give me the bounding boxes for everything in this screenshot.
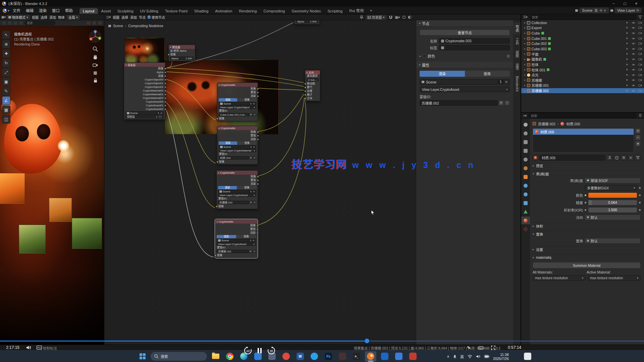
visibility-toggles[interactable] bbox=[626, 42, 642, 45]
browse-material-button[interactable] bbox=[533, 155, 538, 161]
output-tab[interactable] bbox=[521, 138, 530, 146]
compositor-menu-选择[interactable]: 选择 bbox=[120, 15, 129, 20]
keyframe-dot-icon[interactable] bbox=[639, 187, 641, 189]
node-socket[interactable] bbox=[304, 94, 306, 96]
render-layers-node[interactable]: ▾渲染层图像Alpha深度CryptoObject00CryptoObject0… bbox=[124, 62, 165, 120]
node-socket[interactable] bbox=[164, 75, 166, 77]
pan-hand-icon[interactable] bbox=[93, 55, 98, 60]
outliner-item-苏珊娜[interactable]: ▸苏珊娜 bbox=[521, 78, 644, 83]
cryptomatte-asset-2-header[interactable]: ▾Cryptomatte bbox=[215, 220, 257, 224]
node-socket[interactable] bbox=[216, 205, 218, 207]
transform-tool[interactable]: ▣ bbox=[2, 77, 10, 86]
viewport-menu-视图[interactable]: 视图 bbox=[31, 15, 40, 20]
cryptomatte-asset-2-node[interactable]: ▾Cryptomatte图像蒙版选取渲染图像Scene5✕View Layer.… bbox=[215, 219, 258, 258]
max-texture-resolution-dropdown-active[interactable]: max texture resolution▾ bbox=[588, 275, 641, 281]
breadcrumb-nodetree[interactable]: Compositing Nodetree bbox=[128, 24, 163, 28]
pause-button[interactable] bbox=[258, 346, 262, 355]
material-tab[interactable] bbox=[521, 217, 530, 224]
keyframe-dot-icon[interactable] bbox=[639, 202, 641, 203]
filter-icon[interactable] bbox=[638, 15, 642, 19]
menu-帮助[interactable]: 帮助 bbox=[62, 7, 75, 14]
cryptomatte-object-row-View Layer.CryptoObject[interactable]: View Layer.CryptoObject▾ bbox=[219, 106, 256, 109]
viewer-row-Alpha[interactable]: Alpha1.000 bbox=[170, 57, 194, 60]
properties-search-input[interactable] bbox=[528, 114, 637, 118]
image-source-tab[interactable]: 图像 bbox=[465, 71, 510, 77]
constraints-tab[interactable] bbox=[521, 199, 530, 207]
cursor-tool[interactable]: ⊕ bbox=[2, 40, 10, 49]
visibility-toggles[interactable] bbox=[626, 74, 642, 76]
outliner-item-摄像机[interactable]: ▸摄像机 bbox=[521, 57, 644, 62]
keyframe-dot-icon[interactable] bbox=[639, 194, 641, 196]
minimize-button[interactable]: ─ bbox=[608, 2, 619, 5]
breadcrumb-scene[interactable]: Scene bbox=[113, 24, 123, 28]
extra-tool[interactable]: ◫ bbox=[2, 115, 10, 124]
workspace-tab-Texture Paint[interactable]: Texture Paint bbox=[162, 8, 191, 14]
camera-view-icon[interactable] bbox=[93, 63, 98, 67]
node-socket[interactable] bbox=[164, 105, 166, 107]
outliner-item-Cube[interactable]: ▸Cube bbox=[521, 31, 644, 36]
file-explorer-taskbar-icon[interactable] bbox=[210, 351, 221, 362]
cryptomatte-object-node[interactable]: ▾Cryptomatte图像蒙版选取渲染图像Scene5✕View Layer.… bbox=[217, 82, 258, 121]
volume-icon[interactable] bbox=[26, 346, 31, 350]
node-socket[interactable] bbox=[164, 68, 166, 70]
distribution-dropdown[interactable]: 多重散射GGX▾ bbox=[585, 185, 637, 191]
proportional-edit-icon[interactable] bbox=[86, 21, 91, 25]
app-crimson-taskbar-icon[interactable] bbox=[407, 351, 419, 362]
cryptomatte-material-row-tabs[interactable]: 渲染图像 bbox=[219, 141, 256, 145]
node-socket[interactable] bbox=[164, 86, 166, 88]
sidebar-tab-选项[interactable]: 选项 bbox=[514, 61, 521, 72]
annotate-pen-icon[interactable]: ✎ bbox=[467, 345, 471, 350]
sidebar-tab-BlenderKit[interactable]: BlenderKit bbox=[514, 74, 520, 94]
workspace-tab-Asset[interactable]: Asset bbox=[98, 8, 114, 14]
menu-文件[interactable]: 文件 bbox=[10, 7, 23, 14]
displacement-section-header[interactable]: ▾置换 bbox=[533, 231, 641, 237]
start-button[interactable] bbox=[138, 351, 148, 361]
measure-tool[interactable]: ∠ bbox=[2, 96, 10, 105]
outliner-item-苏珊娜.002[interactable]: ▸苏珊娜.002 bbox=[521, 88, 644, 94]
node-socket[interactable] bbox=[304, 98, 306, 100]
breadcrumb-material[interactable]: 材质.005 bbox=[566, 121, 580, 126]
select-mode-icon-3[interactable] bbox=[13, 21, 18, 25]
color-checkbox[interactable] bbox=[423, 54, 426, 58]
materialiq-section-header[interactable]: ▾materialiq bbox=[533, 254, 641, 260]
word-taskbar-icon[interactable]: W bbox=[294, 351, 306, 362]
node-socket[interactable] bbox=[257, 228, 259, 230]
texture-tab[interactable] bbox=[521, 225, 530, 233]
node-socket[interactable] bbox=[164, 101, 166, 103]
cryptomatte-material-header[interactable]: ▾Cryptomatte bbox=[217, 126, 258, 130]
outliner[interactable]: ☰▾ ▸Collection▸Export▸Cube▸Cube.001▸Cube… bbox=[521, 14, 644, 113]
visibility-toggles[interactable] bbox=[626, 68, 642, 71]
close-button[interactable]: ✕ bbox=[631, 2, 642, 5]
node-socket[interactable] bbox=[164, 82, 166, 84]
outliner-item-平面[interactable]: ▸平面 bbox=[521, 52, 644, 57]
editor-type-icon[interactable]: ▦▾ bbox=[1, 15, 6, 19]
backdrop-button[interactable]: 背景图▾ bbox=[366, 15, 386, 20]
editor-type-icon[interactable]: ≡▾ bbox=[523, 114, 527, 117]
annotate-tool[interactable]: ✎ bbox=[2, 87, 10, 96]
visibility-toggles[interactable] bbox=[626, 26, 642, 29]
world-tab[interactable] bbox=[521, 164, 530, 172]
blender-menu-icon[interactable] bbox=[3, 8, 7, 13]
workspace-tab-Geometry Nodes[interactable]: Geometry Nodes bbox=[288, 8, 324, 14]
outliner-item-苏珊娜.001[interactable]: ▸苏珊娜.001 bbox=[521, 83, 644, 88]
preview-section-header[interactable]: ▸预览 bbox=[533, 162, 641, 169]
visibility-toggles[interactable] bbox=[626, 89, 642, 92]
render-source-tab[interactable]: 渲染 bbox=[420, 71, 465, 77]
workspace-tab-Rui 常用[interactable]: Rui 常用 bbox=[346, 7, 367, 14]
select-mode-icon-4[interactable] bbox=[19, 21, 23, 25]
keyframe-dot-icon[interactable] bbox=[585, 209, 586, 211]
cryptomatte-asset-row-View Layer.CryptoAsset[interactable]: View Layer.CryptoAsset▾ bbox=[218, 193, 256, 197]
fake-user-shield-icon[interactable] bbox=[614, 155, 620, 161]
render-layers-row-Scene[interactable]: Scene5✕ bbox=[125, 111, 164, 115]
properties-section-header[interactable]: ▾属性 bbox=[416, 62, 513, 68]
sidebar-tab-工具[interactable]: 工具 bbox=[514, 36, 521, 47]
viewport-menu-选择[interactable]: 选择 bbox=[40, 15, 48, 20]
scene-users-count[interactable]: 5 bbox=[594, 9, 599, 12]
mask-id-field[interactable]: 苏珊娜.002 bbox=[420, 100, 498, 106]
notification-icon[interactable] bbox=[524, 353, 531, 360]
add-slot-button[interactable]: ＋ bbox=[635, 128, 641, 134]
pin-icon[interactable] bbox=[360, 15, 363, 19]
node-socket[interactable] bbox=[164, 79, 166, 81]
node-socket[interactable] bbox=[164, 71, 166, 73]
node-socket[interactable] bbox=[214, 254, 216, 256]
